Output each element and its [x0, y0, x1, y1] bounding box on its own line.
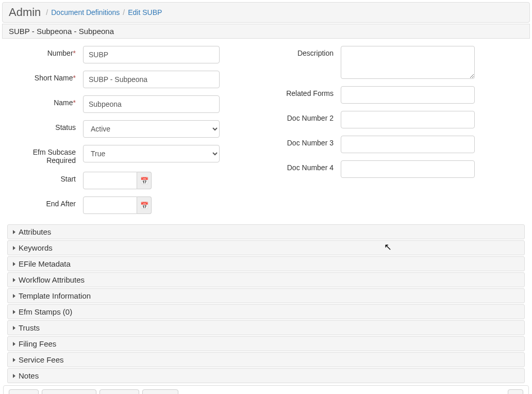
chevron-right-icon — [13, 246, 15, 250]
calendar-icon: 📅 — [140, 202, 148, 209]
accordion-label: Keywords — [19, 243, 53, 252]
breadcrumb-link-document-definitions[interactable]: Document Definitions — [51, 8, 120, 17]
footer-toolbar: Save Save & Back Save As Cancel Last Mod… — [3, 385, 529, 394]
efm-subcase-select[interactable]: True — [83, 145, 220, 162]
label-doc-number-3: Doc Number 3 — [274, 136, 341, 147]
chevron-right-icon — [13, 262, 15, 266]
accordion-efile-metadata[interactable]: EFile Metadata — [7, 256, 525, 271]
form-area: Number* Short Name* Name* Status Active … — [2, 39, 530, 224]
label-description: Description — [274, 46, 341, 57]
label-end-after: End After — [8, 196, 83, 208]
accordion-trusts[interactable]: Trusts — [7, 320, 525, 335]
chevron-right-icon — [13, 310, 15, 314]
label-status: Status — [8, 120, 83, 132]
label-efm-subcase-required: Efm Subcase Required — [8, 145, 83, 165]
label-start: Start — [8, 172, 83, 183]
doc-number-3-input[interactable] — [341, 136, 475, 153]
accordion-workflow-attributes[interactable]: Workflow Attributes — [7, 272, 525, 287]
short-name-input[interactable] — [83, 71, 220, 88]
accordion-attributes[interactable]: Attributes — [7, 224, 525, 239]
form-right-column: Description Related Forms Doc Number 2 D… — [274, 46, 524, 221]
status-select[interactable]: Active — [83, 120, 220, 138]
number-input[interactable] — [83, 46, 220, 63]
breadcrumb-separator: / — [46, 8, 48, 17]
accordion-keywords[interactable]: Keywords — [7, 240, 525, 255]
doc-number-4-input[interactable] — [341, 160, 475, 178]
end-after-input[interactable] — [83, 196, 137, 214]
save-as-button[interactable]: Save As — [99, 389, 139, 394]
accordion-label: Template Information — [19, 291, 91, 300]
accordion-label: EFile Metadata — [19, 259, 71, 268]
end-after-input-group: 📅 — [83, 196, 152, 214]
chevron-right-icon — [13, 326, 15, 330]
end-after-calendar-button[interactable]: 📅 — [137, 196, 152, 214]
save-button[interactable]: Save — [9, 389, 39, 394]
accordion-label: Notes — [19, 371, 39, 380]
cancel-button[interactable]: Cancel — [142, 389, 178, 394]
accordion-service-fees[interactable]: Service Fees — [7, 352, 525, 367]
accordion-label: Service Fees — [19, 355, 64, 364]
description-textarea[interactable] — [341, 46, 475, 79]
save-back-button[interactable]: Save & Back — [42, 389, 96, 394]
start-input-group: 📅 — [83, 172, 152, 189]
chevron-right-icon — [13, 294, 15, 298]
breadcrumb-admin: Admin — [9, 6, 41, 19]
accordion-label: Filing Fees — [19, 339, 56, 348]
doc-number-2-input[interactable] — [341, 111, 475, 128]
chevron-right-icon — [13, 374, 15, 378]
label-doc-number-2: Doc Number 2 — [274, 111, 341, 122]
accordion-label: Trusts — [19, 323, 40, 332]
chevron-right-icon — [13, 278, 15, 282]
section-title: SUBP - Subpeona - Subpeona — [2, 24, 530, 39]
start-calendar-button[interactable]: 📅 — [137, 172, 152, 189]
accordion-efm-stamps[interactable]: Efm Stamps (0) — [7, 304, 525, 319]
accordion-label: Attributes — [19, 227, 51, 236]
label-doc-number-4: Doc Number 4 — [274, 160, 341, 172]
form-left-column: Number* Short Name* Name* Status Active … — [8, 46, 258, 221]
footer-right: Last Modified [11/17/04] ☁ — [427, 389, 523, 394]
breadcrumb-separator: / — [123, 8, 125, 17]
accordion-label: Efm Stamps (0) — [19, 307, 72, 316]
start-input[interactable] — [83, 172, 137, 189]
label-short-name: Short Name* — [8, 71, 83, 82]
related-forms-input[interactable] — [341, 86, 475, 104]
accordion-template-information[interactable]: Template Information — [7, 288, 525, 303]
footer-button-row: Save Save & Back Save As Cancel — [9, 389, 178, 394]
chevron-right-icon — [13, 342, 15, 346]
accordion-container: Attributes Keywords EFile Metadata Workf… — [7, 224, 525, 383]
scroll-top-button[interactable]: ☁ — [508, 389, 523, 394]
label-number: Number* — [8, 46, 83, 57]
name-input[interactable] — [83, 95, 220, 113]
label-name: Name* — [8, 95, 83, 107]
accordion-notes[interactable]: Notes — [7, 368, 525, 383]
calendar-icon: 📅 — [140, 177, 148, 185]
chevron-right-icon — [13, 230, 15, 234]
accordion-label: Workflow Attributes — [19, 275, 85, 284]
chevron-right-icon — [13, 358, 15, 362]
breadcrumb: Admin / Document Definitions / Edit SUBP — [2, 2, 530, 23]
accordion-filing-fees[interactable]: Filing Fees — [7, 336, 525, 351]
breadcrumb-link-edit-subp[interactable]: Edit SUBP — [128, 8, 162, 17]
label-related-forms: Related Forms — [274, 86, 341, 97]
